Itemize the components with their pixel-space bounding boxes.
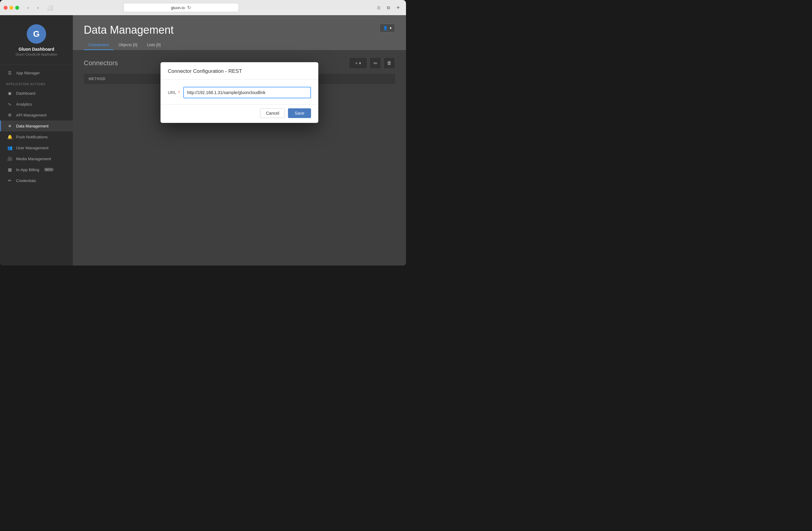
back-button[interactable]: ‹ [24, 3, 32, 12]
sidebar-item-api-management[interactable]: ⚙ API Management [0, 110, 73, 120]
sidebar-item-label: In-App Billing [16, 168, 40, 172]
sidebar-item-label: Push Notifications [16, 135, 48, 139]
nav-buttons: ‹ › [24, 3, 42, 12]
sidebar-item-data-management[interactable]: ≡ Data Management [0, 120, 73, 131]
browser-actions: ⎙ ⧉ + [375, 3, 402, 12]
data-icon: ≡ [7, 124, 12, 128]
sidebar-item-app-manager[interactable]: ☰ App Manager [0, 67, 73, 78]
share-button[interactable]: ⎙ [375, 3, 383, 12]
dialog-body: URL * [160, 80, 318, 104]
credentials-icon: ✏ [7, 178, 12, 183]
traffic-lights [4, 6, 19, 10]
sidebar-item-label: App Manager [16, 71, 40, 75]
sidebar-item-dashboard[interactable]: ◉ Dashboard [0, 88, 73, 99]
sidebar-item-credentials[interactable]: ✏ Credentials [0, 175, 73, 186]
app-container: G Gluon Dashboard Gluon CloudLink Applic… [0, 15, 406, 266]
content-area: Connectors + ▾ ✏ 🗑 Method Configuration … [73, 50, 406, 266]
dialog-footer: Cancel Save [160, 104, 318, 123]
sidebar-item-label: Data Management [16, 124, 48, 128]
user-mgmt-icon: 👥 [7, 145, 12, 150]
app-subtitle: Gluon CloudLink Application [15, 53, 57, 56]
close-button[interactable] [4, 6, 8, 10]
dialog-overlay: Connector Configuration - REST URL * Can… [73, 50, 406, 266]
sidebar-item-user-management[interactable]: 👥 User Management [0, 142, 73, 153]
dialog-header: Connector Configuration - REST [160, 62, 318, 80]
sidebar-item-media-management[interactable]: 🎥 Media Management [0, 153, 73, 164]
maximize-button[interactable] [15, 6, 19, 10]
media-icon: 🎥 [7, 156, 12, 161]
minimize-button[interactable] [10, 6, 13, 10]
forward-button[interactable]: › [34, 3, 42, 12]
sidebar-item-label: API Management [16, 113, 46, 117]
add-tab-button[interactable]: + [394, 3, 402, 12]
page-header: Data Management 👤 ▾ [73, 15, 406, 37]
dashboard-icon: ◉ [7, 91, 12, 96]
app-name: Gluon Dashboard [18, 47, 54, 52]
billing-icon: ▦ [7, 167, 12, 172]
sidebar-item-label: Dashboard [16, 91, 35, 96]
page-title: Data Management [84, 24, 174, 37]
main-content: Data Management 👤 ▾ Connectors Objects [… [73, 15, 406, 266]
tab-objects[interactable]: Objects [0] [114, 40, 142, 50]
tab-connectors[interactable]: Connectors [84, 40, 114, 50]
dialog-title: Connector Configuration - REST [168, 68, 311, 74]
sidebar: G Gluon Dashboard Gluon CloudLink Applic… [0, 15, 73, 266]
required-indicator: * [177, 90, 180, 95]
app-manager-icon: ☰ [7, 70, 12, 75]
url-text: gluon.io [171, 5, 185, 10]
sidebar-item-label: User Management [16, 146, 48, 150]
push-icon: 🔔 [7, 134, 12, 139]
api-icon: ⚙ [7, 113, 12, 117]
tab-bar: Connectors Objects [0] Lists [0] [73, 37, 406, 50]
cancel-button[interactable]: Cancel [260, 108, 285, 118]
sidebar-divider [0, 64, 73, 65]
address-bar: gluon.io ↻ [124, 3, 239, 12]
browser-chrome: ‹ › ⬜ gluon.io ↻ ⎙ ⧉ + [0, 0, 406, 15]
reload-button[interactable]: ↻ [187, 5, 191, 10]
sidebar-header: G Gluon Dashboard Gluon CloudLink Applic… [0, 15, 73, 62]
url-input[interactable] [183, 87, 311, 98]
app-avatar: G [27, 24, 46, 44]
save-button[interactable]: Save [288, 108, 311, 118]
sidebar-item-label: Media Management [16, 157, 51, 161]
sidebar-toggle-button[interactable]: ⬜ [46, 3, 54, 12]
connector-config-dialog: Connector Configuration - REST URL * Can… [160, 62, 318, 123]
user-menu-button[interactable]: 👤 ▾ [380, 24, 395, 32]
tab-lists[interactable]: Lists [0] [142, 40, 166, 50]
url-label: URL * [168, 90, 180, 95]
sidebar-item-analytics[interactable]: ∿ Analytics [0, 99, 73, 110]
analytics-icon: ∿ [7, 102, 12, 106]
sidebar-item-label: Analytics [16, 102, 32, 106]
sidebar-item-push-notifications[interactable]: 🔔 Push Notifications [0, 131, 73, 142]
beta-badge: BETA [44, 168, 54, 171]
sidebar-section-label: APPLICATION ACTIONS [0, 78, 73, 88]
sidebar-item-label: Credentials [16, 178, 36, 183]
user-icon: 👤 [383, 26, 388, 30]
sidebar-item-in-app-billing[interactable]: ▦ In-App Billing BETA [0, 164, 73, 175]
chevron-down-icon: ▾ [390, 26, 392, 30]
reader-button[interactable]: ⧉ [384, 3, 393, 12]
